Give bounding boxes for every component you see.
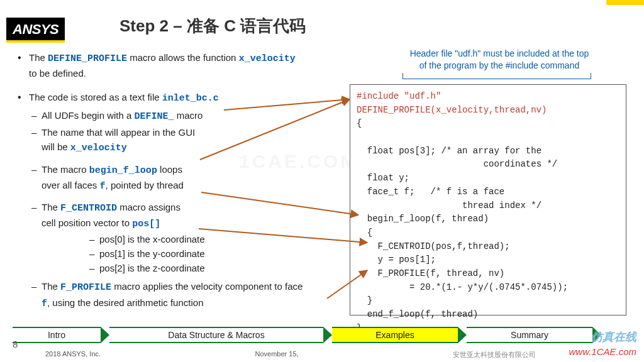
text: will be — [42, 141, 70, 152]
text: to be defined. — [29, 68, 86, 79]
text: The name that will appear in the GUI — [42, 127, 195, 138]
code-line: F_PROFILE(f, thread, nv) — [357, 268, 504, 278]
footer-company: 安世亚太科技股份有限公司 — [453, 350, 536, 359]
text: The code is stored as a text file — [29, 92, 162, 102]
text: macro assigns — [117, 202, 180, 212]
code-line: float y; — [357, 173, 409, 183]
nav-summary: Summary — [467, 327, 592, 343]
text: pos[0] is the x-coordinate — [87, 232, 338, 246]
text: All UDFs begin with a — [42, 110, 135, 121]
code-line: = 20.*(1.- y*y/(.0745*.0745)); — [357, 282, 568, 292]
nav-data-structure: Data Structure & Macros — [109, 327, 323, 343]
nav-examples: Examples — [332, 327, 458, 343]
text: The — [29, 52, 48, 63]
code-token: f — [100, 181, 106, 192]
code-line: coordinates */ — [357, 159, 557, 169]
bullet-list: The DEFINE_PROFILE macro allows the func… — [18, 50, 338, 317]
code-line: face_t f; /* f is a face — [357, 187, 504, 197]
text: macro applies the velocity component to … — [111, 281, 303, 292]
text: , pointed by thread — [106, 180, 184, 190]
code-line: thread index */ — [357, 200, 541, 211]
page-number: 8 — [13, 339, 18, 349]
header-note: Header file "udf.h" must be included at … — [380, 48, 619, 72]
footer-left: 2018 ANSYS, Inc. — [45, 350, 101, 359]
text: The macro — [42, 164, 89, 175]
code-line: begin_f_loop(f, thread) — [357, 214, 489, 224]
code-token: DEFINE_PROFILE — [48, 53, 127, 64]
code-token: DEFINE_ — [135, 111, 174, 122]
text: cell position vector to — [42, 217, 132, 228]
footer: 2018 ANSYS, Inc. November 15, 安世亚太科技股份有限… — [14, 350, 630, 359]
ansys-logo: ANSYS — [6, 18, 65, 43]
code-line: { — [357, 228, 372, 238]
accent-bar — [606, 0, 644, 5]
code-line: DEFINE_PROFILE(x_velocity,thread,nv) — [357, 105, 547, 115]
code-line: } — [357, 295, 372, 305]
code-token: inlet_bc.c — [162, 93, 219, 104]
code-token: x_velocity — [239, 53, 296, 64]
code-line: #include "udf.h" — [357, 91, 441, 101]
nav-intro: Intro — [13, 327, 101, 343]
watermark-cn: 仿真在线 — [591, 329, 636, 344]
code-token: F_PROFILE — [60, 282, 111, 293]
text: macro allows the function — [127, 52, 239, 63]
text: macro — [174, 110, 203, 121]
code-token: F_CENTROID — [60, 203, 117, 214]
code-token: f — [42, 299, 47, 309]
text: loops — [157, 164, 182, 175]
slide-title: Step 2 – 准备 C 语言代码 — [119, 15, 306, 37]
text: of the program by the #include command — [419, 60, 579, 70]
code-line: { — [357, 118, 362, 128]
code-token: pos[] — [132, 219, 160, 229]
code-line: float pos[3]; /* an array for the — [357, 146, 541, 156]
text: pos[1] is the y-coordinate — [87, 246, 338, 261]
bracket-icon — [402, 73, 591, 79]
text: over all faces — [42, 180, 100, 190]
text: Header file "udf.h" must be included at … — [410, 48, 589, 58]
text: , using the desired arithmetic function — [47, 297, 203, 308]
code-token: begin_f_loop — [89, 165, 157, 176]
nav-chevrons: Intro Data Structure & Macros Examples S… — [13, 327, 631, 343]
code-line: end_f_loop(f, thread) — [357, 309, 478, 319]
watermark-url: www.1CAE.com — [569, 346, 636, 357]
code-line: F_CENTROID(pos,f,thread); — [357, 241, 510, 251]
text: The — [42, 202, 60, 212]
footer-date: November 15, — [255, 350, 298, 359]
code-box: #include "udf.h" DEFINE_PROFILE(x_veloci… — [350, 84, 626, 315]
text: The — [42, 281, 60, 292]
code-line: y = pos[1]; — [357, 255, 436, 265]
code-token: x_velocity — [70, 143, 127, 153]
text: pos[2] is the z-coordinate — [87, 261, 338, 275]
